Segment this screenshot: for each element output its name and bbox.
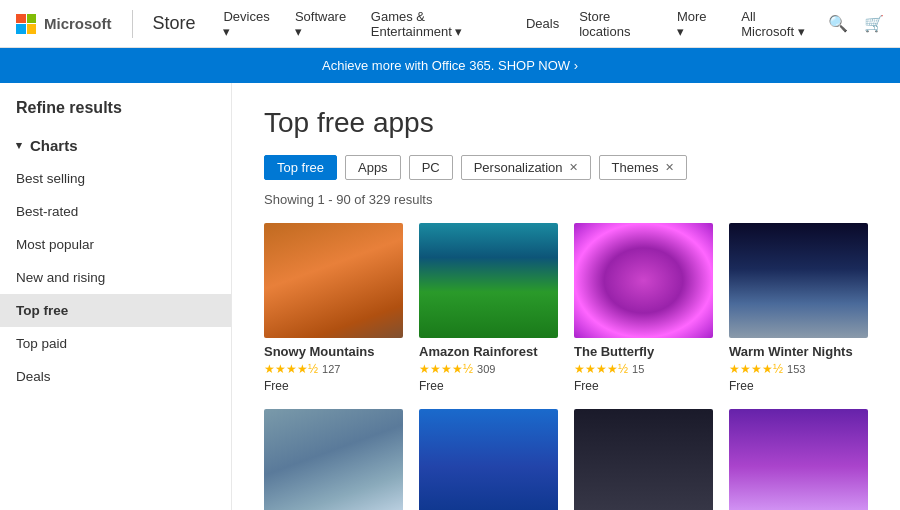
sidebar-item-top-free[interactable]: Top free <box>0 294 231 327</box>
sidebar-item-best-selling[interactable]: Best selling <box>0 162 231 195</box>
top-nav: Microsoft Store Devices ▾ Software ▾ Gam… <box>0 0 900 48</box>
product-card-butterfly[interactable]: The Butterfly ★★★★½ 15 Free <box>574 223 713 393</box>
product-img-4 <box>264 409 403 510</box>
filter-tags: Top free Apps PC Personalization ✕ Theme… <box>264 155 868 180</box>
filter-top-free-label: Top free <box>277 160 324 175</box>
filter-themes-label: Themes <box>612 160 659 175</box>
product-grid: Snowy Mountains ★★★★½ 127 Free Amazon Ra… <box>264 223 868 510</box>
filter-personalization[interactable]: Personalization ✕ <box>461 155 591 180</box>
sidebar-item-new-rising[interactable]: New and rising <box>0 261 231 294</box>
product-card-6[interactable] <box>574 409 713 510</box>
ms-logo-grid <box>16 14 36 34</box>
product-name-3: Warm Winter Nights <box>729 344 868 359</box>
nav-devices[interactable]: Devices ▾ <box>215 5 282 43</box>
filter-pc[interactable]: PC <box>409 155 453 180</box>
product-card-4[interactable] <box>264 409 403 510</box>
rating-count-1: 309 <box>477 363 495 375</box>
results-count: Showing 1 - 90 of 329 results <box>264 192 868 207</box>
sidebar-title: Refine results <box>0 99 231 129</box>
product-img-snowy-mountains <box>264 223 403 338</box>
product-img-6 <box>574 409 713 510</box>
nav-right: All Microsoft ▾ 🔍 🛒 <box>741 9 884 39</box>
product-img-butterfly <box>574 223 713 338</box>
product-card-7[interactable] <box>729 409 868 510</box>
page-title: Top free apps <box>264 107 868 139</box>
rating-count-0: 127 <box>322 363 340 375</box>
sidebar-item-top-paid[interactable]: Top paid <box>0 327 231 360</box>
product-rating-0: ★★★★½ 127 <box>264 362 403 376</box>
product-price-3: Free <box>729 379 868 393</box>
nav-divider <box>132 10 133 38</box>
product-name-0: Snowy Mountains <box>264 344 403 359</box>
nav-more[interactable]: More ▾ <box>669 5 721 43</box>
stars-3: ★★★★½ <box>729 362 783 376</box>
product-price-2: Free <box>574 379 713 393</box>
all-microsoft[interactable]: All Microsoft ▾ <box>741 9 812 39</box>
filter-apps[interactable]: Apps <box>345 155 401 180</box>
main-content: Top free apps Top free Apps PC Personali… <box>232 83 900 510</box>
product-rating-3: ★★★★½ 153 <box>729 362 868 376</box>
promo-banner[interactable]: Achieve more with Office 365. SHOP NOW › <box>0 48 900 83</box>
promo-text: Achieve more with Office 365. SHOP NOW › <box>322 58 578 73</box>
product-price-1: Free <box>419 379 558 393</box>
filter-top-free[interactable]: Top free <box>264 155 337 180</box>
product-rating-1: ★★★★½ 309 <box>419 362 558 376</box>
sidebar-charts-header[interactable]: ▾ Charts <box>0 129 231 162</box>
nav-deals[interactable]: Deals <box>518 12 567 35</box>
filter-apps-label: Apps <box>358 160 388 175</box>
product-card-amazon-rainforest[interactable]: Amazon Rainforest ★★★★½ 309 Free <box>419 223 558 393</box>
rating-count-3: 153 <box>787 363 805 375</box>
search-icon[interactable]: 🔍 <box>828 14 848 33</box>
product-price-0: Free <box>264 379 403 393</box>
rating-count-2: 15 <box>632 363 644 375</box>
product-rating-2: ★★★★½ 15 <box>574 362 713 376</box>
filter-pc-label: PC <box>422 160 440 175</box>
logo[interactable]: Microsoft <box>16 14 112 34</box>
charts-label: Charts <box>30 137 78 154</box>
filter-personalization-label: Personalization <box>474 160 563 175</box>
product-img-5 <box>419 409 558 510</box>
logo-text: Microsoft <box>44 15 112 32</box>
stars-0: ★★★★½ <box>264 362 318 376</box>
cart-icon[interactable]: 🛒 <box>864 14 884 33</box>
product-card-warm-winter[interactable]: Warm Winter Nights ★★★★½ 153 Free <box>729 223 868 393</box>
product-img-7 <box>729 409 868 510</box>
page-layout: Refine results ▾ Charts Best selling Bes… <box>0 83 900 510</box>
product-name-2: The Butterfly <box>574 344 713 359</box>
remove-themes-icon[interactable]: ✕ <box>665 161 674 174</box>
chevron-down-icon: ▾ <box>16 139 22 152</box>
nav-software[interactable]: Software ▾ <box>287 5 359 43</box>
remove-personalization-icon[interactable]: ✕ <box>569 161 578 174</box>
product-img-warm-winter <box>729 223 868 338</box>
nav-links: Devices ▾ Software ▾ Games & Entertainme… <box>215 5 721 43</box>
stars-1: ★★★★½ <box>419 362 473 376</box>
product-img-amazon-rainforest <box>419 223 558 338</box>
product-name-1: Amazon Rainforest <box>419 344 558 359</box>
nav-games[interactable]: Games & Entertainment ▾ <box>363 5 514 43</box>
store-label: Store <box>152 13 195 34</box>
stars-2: ★★★★½ <box>574 362 628 376</box>
nav-store-locations[interactable]: Store locations <box>571 5 665 43</box>
filter-themes[interactable]: Themes ✕ <box>599 155 687 180</box>
product-card-5[interactable] <box>419 409 558 510</box>
product-card-snowy-mountains[interactable]: Snowy Mountains ★★★★½ 127 Free <box>264 223 403 393</box>
sidebar-item-most-popular[interactable]: Most popular <box>0 228 231 261</box>
sidebar: Refine results ▾ Charts Best selling Bes… <box>0 83 232 510</box>
sidebar-item-best-rated[interactable]: Best-rated <box>0 195 231 228</box>
sidebar-item-deals[interactable]: Deals <box>0 360 231 393</box>
